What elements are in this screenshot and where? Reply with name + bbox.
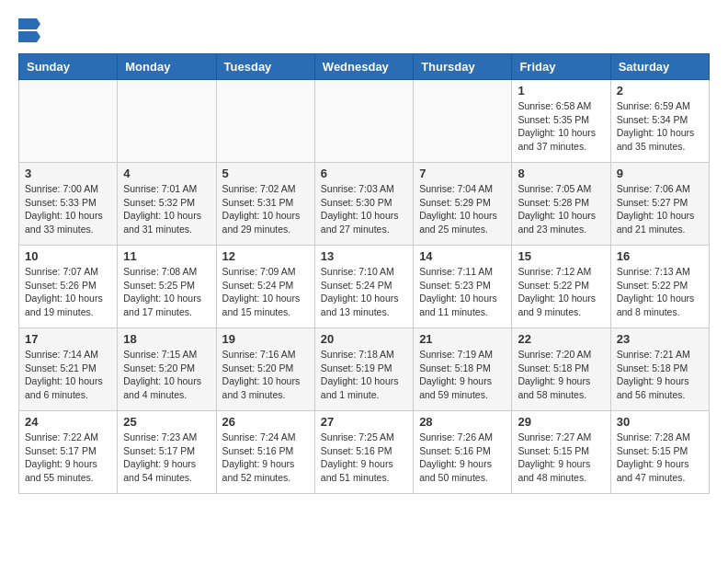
header-cell-sunday: Sunday (19, 54, 118, 80)
day-cell: 23Sunrise: 7:21 AM Sunset: 5:18 PM Dayli… (610, 328, 709, 411)
day-cell: 24Sunrise: 7:22 AM Sunset: 5:17 PM Dayli… (19, 411, 118, 494)
day-number: 8 (518, 167, 604, 180)
day-cell: 28Sunrise: 7:26 AM Sunset: 5:16 PM Dayli… (414, 411, 512, 494)
day-info: Sunrise: 7:14 AM Sunset: 5:21 PM Dayligh… (25, 348, 111, 402)
day-cell: 8Sunrise: 7:05 AM Sunset: 5:28 PM Daylig… (512, 163, 610, 246)
day-cell: 9Sunrise: 7:06 AM Sunset: 5:27 PM Daylig… (610, 163, 709, 246)
day-number: 30 (617, 415, 703, 429)
day-info: Sunrise: 7:16 AM Sunset: 5:20 PM Dayligh… (222, 348, 309, 402)
day-info: Sunrise: 7:26 AM Sunset: 5:16 PM Dayligh… (419, 431, 506, 485)
day-cell: 16Sunrise: 7:13 AM Sunset: 5:22 PM Dayli… (610, 246, 709, 328)
day-info: Sunrise: 6:58 AM Sunset: 5:35 PM Dayligh… (518, 99, 604, 154)
day-number: 1 (518, 84, 604, 98)
day-cell: 1Sunrise: 6:58 AM Sunset: 5:35 PM Daylig… (512, 80, 610, 163)
header-cell-wednesday: Wednesday (314, 54, 413, 80)
day-cell: 27Sunrise: 7:25 AM Sunset: 5:16 PM Dayli… (314, 411, 413, 494)
day-info: Sunrise: 7:10 AM Sunset: 5:24 PM Dayligh… (321, 265, 407, 319)
day-number: 12 (222, 249, 309, 263)
day-cell (118, 80, 216, 163)
day-cell: 20Sunrise: 7:18 AM Sunset: 5:19 PM Dayli… (314, 328, 413, 411)
day-info: Sunrise: 7:12 AM Sunset: 5:22 PM Dayligh… (518, 265, 604, 319)
day-cell: 29Sunrise: 7:27 AM Sunset: 5:15 PM Dayli… (512, 411, 610, 494)
day-number: 20 (321, 332, 407, 346)
day-number: 26 (222, 415, 309, 429)
day-number: 17 (25, 332, 111, 346)
day-number: 4 (123, 167, 210, 180)
day-cell: 5Sunrise: 7:02 AM Sunset: 5:31 PM Daylig… (216, 163, 314, 246)
day-cell (19, 80, 118, 163)
day-info: Sunrise: 7:22 AM Sunset: 5:17 PM Dayligh… (25, 431, 111, 485)
day-cell (216, 80, 314, 163)
calendar-table: SundayMondayTuesdayWednesdayThursdayFrid… (18, 53, 710, 494)
day-number: 10 (25, 249, 111, 263)
header-cell-monday: Monday (118, 54, 216, 80)
day-info: Sunrise: 7:01 AM Sunset: 5:32 PM Dayligh… (123, 182, 210, 236)
day-info: Sunrise: 7:11 AM Sunset: 5:23 PM Dayligh… (419, 265, 506, 319)
logo-icon (18, 18, 40, 44)
day-cell: 15Sunrise: 7:12 AM Sunset: 5:22 PM Dayli… (512, 246, 610, 328)
header-row: SundayMondayTuesdayWednesdayThursdayFrid… (19, 54, 710, 80)
day-info: Sunrise: 7:24 AM Sunset: 5:16 PM Dayligh… (222, 431, 309, 485)
day-cell: 2Sunrise: 6:59 AM Sunset: 5:34 PM Daylig… (610, 80, 709, 163)
day-number: 14 (419, 249, 506, 263)
day-info: Sunrise: 7:21 AM Sunset: 5:18 PM Dayligh… (617, 348, 703, 402)
day-number: 25 (123, 415, 210, 429)
header-cell-saturday: Saturday (610, 54, 709, 80)
week-row-2: 3Sunrise: 7:00 AM Sunset: 5:33 PM Daylig… (19, 163, 710, 246)
day-cell: 4Sunrise: 7:01 AM Sunset: 5:32 PM Daylig… (118, 163, 216, 246)
svg-marker-1 (18, 31, 40, 42)
day-cell: 13Sunrise: 7:10 AM Sunset: 5:24 PM Dayli… (314, 246, 413, 328)
day-cell: 11Sunrise: 7:08 AM Sunset: 5:25 PM Dayli… (118, 246, 216, 328)
day-info: Sunrise: 7:02 AM Sunset: 5:31 PM Dayligh… (222, 182, 309, 236)
day-number: 5 (222, 167, 309, 180)
day-info: Sunrise: 7:28 AM Sunset: 5:15 PM Dayligh… (617, 431, 703, 485)
day-cell: 3Sunrise: 7:00 AM Sunset: 5:33 PM Daylig… (19, 163, 118, 246)
day-number: 29 (518, 415, 604, 429)
day-cell: 25Sunrise: 7:23 AM Sunset: 5:17 PM Dayli… (118, 411, 216, 494)
day-number: 16 (617, 249, 703, 263)
day-cell: 12Sunrise: 7:09 AM Sunset: 5:24 PM Dayli… (216, 246, 314, 328)
logo (18, 18, 46, 44)
day-number: 24 (25, 415, 111, 429)
day-number: 23 (617, 332, 703, 346)
day-cell (414, 80, 512, 163)
day-cell: 10Sunrise: 7:07 AM Sunset: 5:26 PM Dayli… (19, 246, 118, 328)
day-number: 28 (419, 415, 506, 429)
day-number: 15 (518, 249, 604, 263)
day-info: Sunrise: 6:59 AM Sunset: 5:34 PM Dayligh… (617, 99, 703, 154)
day-cell: 21Sunrise: 7:19 AM Sunset: 5:18 PM Dayli… (414, 328, 512, 411)
day-info: Sunrise: 7:27 AM Sunset: 5:15 PM Dayligh… (518, 431, 604, 485)
day-info: Sunrise: 7:09 AM Sunset: 5:24 PM Dayligh… (222, 265, 309, 319)
day-number: 13 (321, 249, 407, 263)
day-cell: 26Sunrise: 7:24 AM Sunset: 5:16 PM Dayli… (216, 411, 314, 494)
day-info: Sunrise: 7:18 AM Sunset: 5:19 PM Dayligh… (321, 348, 407, 402)
day-info: Sunrise: 7:05 AM Sunset: 5:28 PM Dayligh… (518, 182, 604, 236)
day-info: Sunrise: 7:25 AM Sunset: 5:16 PM Dayligh… (321, 431, 407, 485)
day-cell: 22Sunrise: 7:20 AM Sunset: 5:18 PM Dayli… (512, 328, 610, 411)
day-cell: 18Sunrise: 7:15 AM Sunset: 5:20 PM Dayli… (118, 328, 216, 411)
day-info: Sunrise: 7:23 AM Sunset: 5:17 PM Dayligh… (123, 431, 210, 485)
day-cell: 14Sunrise: 7:11 AM Sunset: 5:23 PM Dayli… (414, 246, 512, 328)
week-row-1: 1Sunrise: 6:58 AM Sunset: 5:35 PM Daylig… (19, 80, 710, 163)
day-info: Sunrise: 7:03 AM Sunset: 5:30 PM Dayligh… (321, 182, 407, 236)
header-cell-friday: Friday (512, 54, 610, 80)
day-cell (314, 80, 413, 163)
day-number: 2 (617, 84, 703, 98)
day-info: Sunrise: 7:13 AM Sunset: 5:22 PM Dayligh… (617, 265, 703, 319)
day-info: Sunrise: 7:07 AM Sunset: 5:26 PM Dayligh… (25, 265, 111, 319)
day-number: 11 (123, 249, 210, 263)
header-cell-tuesday: Tuesday (216, 54, 314, 80)
day-number: 9 (617, 167, 703, 180)
day-info: Sunrise: 7:19 AM Sunset: 5:18 PM Dayligh… (419, 348, 506, 402)
day-info: Sunrise: 7:06 AM Sunset: 5:27 PM Dayligh… (617, 182, 703, 236)
day-info: Sunrise: 7:04 AM Sunset: 5:29 PM Dayligh… (419, 182, 506, 236)
svg-marker-0 (18, 18, 40, 29)
day-cell: 7Sunrise: 7:04 AM Sunset: 5:29 PM Daylig… (414, 163, 512, 246)
week-row-3: 10Sunrise: 7:07 AM Sunset: 5:26 PM Dayli… (19, 246, 710, 328)
day-cell: 17Sunrise: 7:14 AM Sunset: 5:21 PM Dayli… (19, 328, 118, 411)
day-number: 21 (419, 332, 506, 346)
day-number: 3 (25, 167, 111, 180)
day-number: 19 (222, 332, 309, 346)
header-cell-thursday: Thursday (414, 54, 512, 80)
page-header (18, 18, 710, 44)
